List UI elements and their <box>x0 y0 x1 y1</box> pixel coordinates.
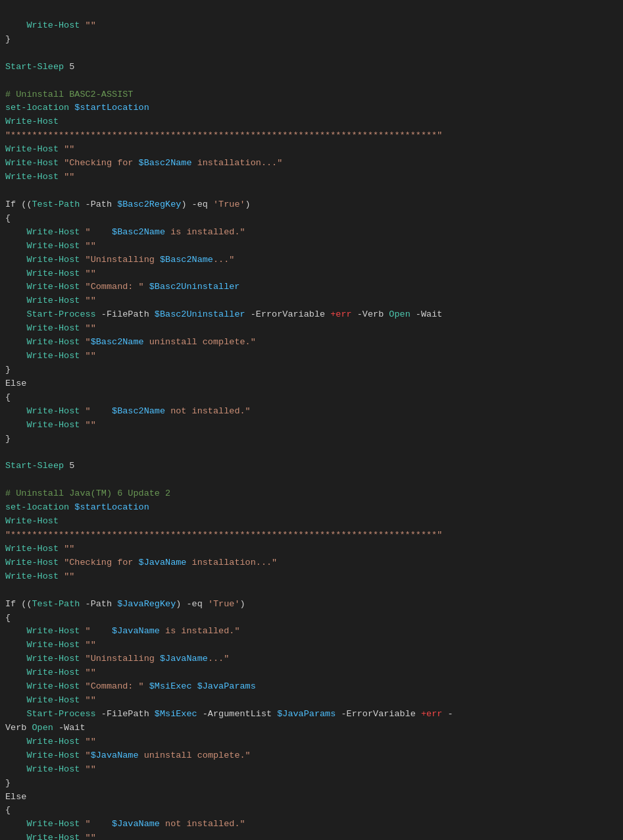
cmd-writehost-4: Write-Host <box>5 158 59 168</box>
code-content: Write-Host "" } Start-Sleep 5 # Uninstal… <box>5 5 620 840</box>
cmd-writehost-9: Write-Host <box>5 571 59 581</box>
cmd-writehost-2: Write-Host <box>5 117 59 126</box>
cmd-setlocation-2: set-location <box>5 502 69 512</box>
cmd-writehost-3: Write-Host <box>5 144 59 154</box>
if-keyword-1: If <box>5 199 16 209</box>
line-indent <box>5 20 26 30</box>
cmd-writehost-6: Write-Host <box>5 516 59 526</box>
cmd-writehost-1: Write-Host <box>26 20 80 30</box>
cmd-writehost-8: Write-Host <box>5 558 59 567</box>
string-stars-2: "***************************************… <box>5 530 442 540</box>
else-keyword-1: Else <box>5 379 26 388</box>
if-keyword-2: If <box>5 599 16 609</box>
cmd-startsleep-1: Start-Sleep <box>5 62 64 72</box>
string-stars-1: "***************************************… <box>5 130 442 140</box>
cmd-writehost-7: Write-Host <box>5 544 59 554</box>
else-keyword-2: Else <box>5 792 26 802</box>
comment-basc2: # Uninstall BASC2-ASSIST <box>5 90 133 99</box>
cmd-startsleep-2: Start-Sleep <box>5 461 64 471</box>
cmd-writehost-5: Write-Host <box>5 172 59 182</box>
cmd-setlocation-1: set-location <box>5 103 69 113</box>
comment-java: # Uninstall Java(TM) 6 Update 2 <box>5 488 170 498</box>
